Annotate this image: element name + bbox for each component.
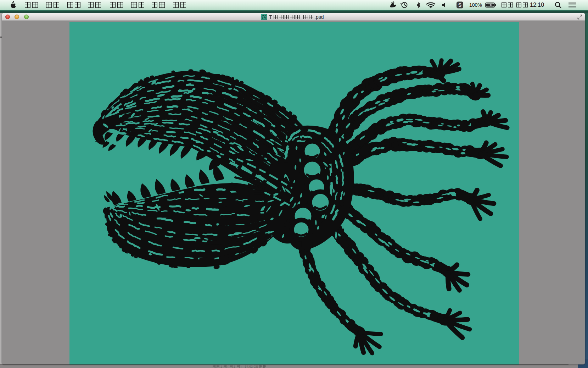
svg-text:S: S: [458, 2, 461, 8]
